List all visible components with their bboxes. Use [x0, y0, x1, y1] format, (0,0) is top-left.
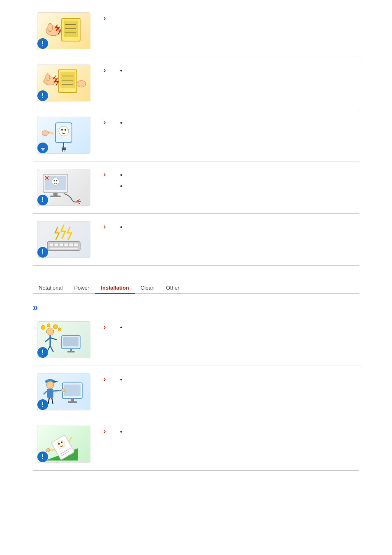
- svg-point-83: [45, 448, 51, 453]
- tab-other[interactable]: Other: [160, 282, 185, 293]
- svg-rect-42: [74, 243, 78, 246]
- nav-tabs: Notational Power Installation Clean Othe…: [33, 282, 359, 294]
- item-3-arrow: ›: [99, 117, 111, 126]
- svg-point-68: [61, 389, 65, 392]
- safety-list-below: ! ›: [33, 321, 359, 470]
- svg-line-70: [48, 398, 49, 404]
- item-7-arrow: ›: [99, 373, 111, 383]
- svg-rect-64: [53, 381, 58, 382]
- tab-notational[interactable]: Notational: [33, 282, 69, 293]
- svg-rect-32: [50, 196, 61, 197]
- svg-line-35: [78, 203, 80, 204]
- item-6-warning-badge: !: [37, 347, 48, 358]
- item-7-bullet-1: [127, 375, 359, 384]
- svg-point-13: [46, 74, 50, 81]
- svg-rect-38: [54, 243, 58, 246]
- svg-point-56: [53, 325, 58, 329]
- svg-point-23: [42, 131, 48, 136]
- item-7-illustration: !: [37, 373, 90, 410]
- svg-rect-43: [49, 247, 78, 250]
- item-2-bullets: [119, 67, 359, 75]
- item-2-image-col: !: [33, 64, 95, 101]
- bottom-separator: [33, 470, 359, 471]
- svg-point-55: [47, 324, 50, 327]
- safety-item-3: ⏚ ›: [33, 109, 359, 161]
- item-2-bullet-1: [127, 67, 359, 75]
- item-6-image-col: !: [33, 321, 95, 358]
- item-6-bullets: [119, 323, 359, 332]
- item-7-bullets: [119, 375, 359, 384]
- item-3-image-col: ⏚: [33, 117, 95, 154]
- item-1-content: [115, 12, 359, 14]
- item-3-bullets: [119, 119, 359, 127]
- svg-rect-45: [63, 337, 78, 346]
- svg-point-14: [77, 81, 86, 87]
- item-7-warning-badge: !: [37, 399, 48, 410]
- item-2-content: [115, 64, 359, 78]
- svg-point-27: [54, 180, 55, 182]
- item-3-content: [115, 117, 359, 130]
- svg-point-26: [52, 178, 59, 185]
- safety-item-7: ! ›: [33, 366, 359, 418]
- item-1-illustration: !: [37, 12, 90, 49]
- item-4-illustration: !: [37, 169, 90, 206]
- item-2-arrow: ›: [99, 64, 111, 74]
- svg-rect-40: [64, 243, 68, 246]
- tab-installation[interactable]: Installation: [95, 282, 135, 293]
- svg-point-65: [46, 381, 54, 389]
- item-4-bullet-2: [127, 182, 359, 191]
- safety-item-4: ! ›: [33, 161, 359, 214]
- svg-rect-39: [59, 243, 63, 246]
- item-8-warning-badge: !: [37, 451, 48, 462]
- safety-list-above: ! ›: [33, 12, 359, 266]
- svg-rect-47: [67, 351, 75, 352]
- item-5-bullets: [119, 223, 359, 232]
- item-4-content: [115, 169, 359, 193]
- item-4-image-col: !: [33, 169, 95, 206]
- item-4-bullet-1: [127, 171, 359, 180]
- tab-power[interactable]: Power: [69, 282, 95, 293]
- item-3-bullet-1: [127, 119, 359, 127]
- safety-item-5: ! ›: [33, 214, 359, 266]
- item-6-content: [115, 321, 359, 334]
- svg-point-57: [58, 328, 61, 331]
- svg-rect-59: [64, 385, 81, 396]
- item-4-arrow: ›: [99, 169, 111, 178]
- svg-line-51: [50, 338, 57, 340]
- page-container: ! ›: [0, 0, 392, 487]
- svg-point-6: [48, 23, 53, 32]
- safety-item-2: ! ›: [33, 57, 359, 109]
- item-4-warning-badge: !: [37, 195, 48, 205]
- arrows-icon: »: [33, 302, 38, 313]
- item-1-warning-badge: !: [37, 38, 48, 49]
- svg-line-50: [45, 338, 50, 342]
- item-6-illustration: !: [37, 321, 90, 358]
- svg-line-71: [52, 398, 53, 404]
- item-2-illustration: !: [37, 64, 90, 101]
- item-8-image-col: !: [33, 426, 95, 463]
- tab-clean[interactable]: Clean: [135, 282, 160, 293]
- safety-item-6: ! ›: [33, 321, 359, 366]
- safety-item-8: ! ›: [33, 418, 359, 470]
- item-5-arrow: ›: [99, 221, 111, 230]
- svg-line-69: [44, 391, 47, 394]
- item-5-image-col: !: [33, 221, 95, 258]
- item-6-bullet-1: [127, 323, 359, 332]
- svg-rect-46: [70, 349, 72, 351]
- item-5-bullet-1: [127, 223, 359, 232]
- svg-line-33: [77, 200, 80, 201]
- svg-rect-37: [49, 243, 53, 246]
- svg-rect-31: [53, 193, 58, 196]
- item-7-content: [115, 373, 359, 387]
- svg-rect-61: [68, 401, 77, 403]
- svg-point-16: [59, 126, 69, 136]
- svg-rect-20: [62, 147, 66, 150]
- item-4-bullets: [119, 171, 359, 191]
- item-8-content: [115, 426, 359, 439]
- item-3-ground-badge: ⏚: [37, 143, 48, 153]
- item-7-image-col: !: [33, 373, 95, 410]
- item-2-warning-badge: !: [37, 90, 48, 101]
- item-5-content: [115, 221, 359, 234]
- svg-point-18: [65, 129, 66, 131]
- svg-rect-66: [47, 389, 53, 398]
